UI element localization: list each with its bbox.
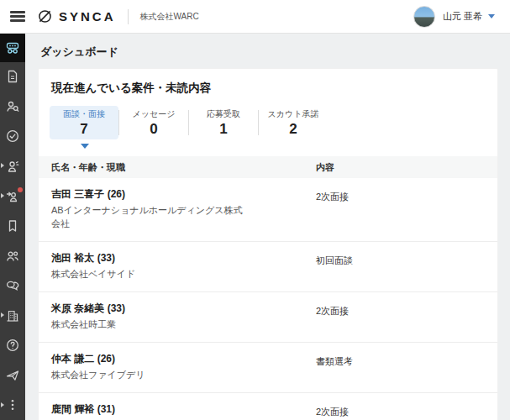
dashboard-icon (5, 40, 20, 55)
expand-arrow-icon (1, 312, 4, 318)
bookmark-icon (5, 218, 20, 234)
sidebar-item-dashboard[interactable] (0, 34, 25, 62)
building-icon (5, 308, 20, 323)
sidebar-item-person-arrow[interactable] (0, 181, 25, 212)
sidebar-item-building[interactable] (0, 301, 25, 331)
sidebar-item-chat-bubbles[interactable] (0, 270, 25, 301)
status-cell: 初回面談 (316, 251, 497, 281)
active-tab-caret-icon (81, 144, 89, 149)
table-row[interactable]: 米原 奈緒美 (33)株式会社時工業2次面接 (39, 292, 497, 343)
expand-arrow-icon (1, 163, 4, 168)
candidate-company: ABインターナショナルホールディングス株式会社 (51, 204, 243, 231)
selection-status: 初回面談 (316, 255, 353, 265)
tab-label: 面談・面接 (63, 108, 105, 120)
sidebar-item-bookmark[interactable] (0, 211, 25, 241)
person-icon (5, 159, 20, 174)
sidebar-item-check-circle[interactable] (0, 122, 25, 152)
candidate-name: 米原 奈緒美 (33) (51, 302, 316, 316)
tab-count: 2 (289, 122, 297, 138)
person-search-icon (5, 99, 20, 114)
app-window: SYNCA 株式会社WARC 山元 亜希 ダッシュボード 現在進んでいる案件・未… (0, 0, 510, 420)
column-header-name: 氏名・年齢・現職 (39, 161, 316, 174)
more-dots-icon (5, 397, 20, 412)
stat-tab-3[interactable]: スカウト承諾2 (259, 106, 328, 139)
hamburger-menu-icon[interactable] (10, 11, 25, 22)
selection-status: 2次面接 (316, 192, 349, 202)
table-header: 氏名・年齢・現職 内容 (39, 156, 497, 178)
paper-plane-icon (5, 368, 20, 383)
people-icon (5, 249, 20, 264)
selection-status: 2次面接 (316, 306, 349, 316)
candidate-name: 鹿間 輝裕 (31) (51, 402, 316, 417)
sidebar-item-person-search[interactable] (0, 92, 25, 122)
sidebar-item-document[interactable] (0, 62, 25, 92)
sidebar-item-paper-plane[interactable] (0, 360, 25, 391)
table-row[interactable]: 鹿間 輝裕 (31)株式会社マネーワーク2次面接 (39, 393, 497, 420)
dashboard-card: 現在進んでいる案件・未読内容 面談・面接7メッセージ0応募受取1スカウト承諾2 … (38, 68, 498, 420)
table-row[interactable]: 池田 裕太 (33)株式会社ベイサイド初回面談 (39, 242, 497, 292)
tab-count: 1 (219, 122, 227, 138)
stat-tabs: 面談・面接7メッセージ0応募受取1スカウト承諾2 (50, 106, 497, 139)
candidate-company: 株式会社ベイサイド (51, 268, 243, 281)
user-menu[interactable]: 山元 亜希 (413, 6, 495, 28)
page-title: ダッシュボード (25, 34, 510, 60)
tab-count: 7 (80, 122, 87, 138)
notification-dot (18, 187, 23, 192)
synca-logo[interactable]: SYNCA (37, 8, 116, 24)
tab-label: メッセージ (133, 108, 176, 120)
synca-logo-icon (37, 8, 53, 24)
table-row[interactable]: 吉田 三喜子 (26)ABインターナショナルホールディングス株式会社2次面接 (39, 178, 497, 242)
tab-label: 応募受取 (207, 108, 240, 120)
candidate-company: 株式会社時工業 (51, 318, 243, 332)
selection-status: 2次面接 (316, 407, 349, 417)
status-cell: 書類選考 (316, 352, 497, 382)
table-body: 吉田 三喜子 (26)ABインターナショナルホールディングス株式会社2次面接池田… (39, 178, 497, 420)
sidebar-item-more-dots[interactable] (0, 390, 25, 420)
tab-label: スカウト承諾 (268, 108, 319, 120)
stat-tab-2[interactable]: 応募受取1 (189, 106, 258, 139)
company-name: 株式会社WARC (128, 9, 199, 24)
candidate-name: 池田 裕太 (33) (51, 251, 316, 265)
sidebar-item-people[interactable] (0, 241, 25, 271)
candidate-name: 吉田 三喜子 (26) (51, 187, 316, 202)
chevron-down-icon (488, 14, 495, 18)
user-avatar[interactable] (413, 6, 435, 28)
column-header-content: 内容 (316, 161, 497, 174)
candidate-name: 仲本 謙二 (26) (51, 352, 316, 366)
expand-arrow-icon (1, 193, 4, 198)
selection-status: 書類選考 (316, 356, 353, 366)
candidate-cell: 吉田 三喜子 (26)ABインターナショナルホールディングス株式会社 (39, 187, 316, 231)
stat-tab-0[interactable]: 面談・面接7 (50, 106, 118, 139)
user-name: 山元 亜希 (443, 10, 482, 23)
help-circle-icon (5, 338, 20, 353)
section-title: 現在進んでいる案件・未読内容 (51, 81, 497, 96)
candidate-cell: 米原 奈緒美 (33)株式会社時工業 (39, 302, 316, 332)
status-cell: 2次面接 (316, 187, 497, 231)
main-area: ダッシュボード 現在進んでいる案件・未読内容 面談・面接7メッセージ0応募受取1… (25, 34, 510, 420)
chat-bubbles-icon (5, 278, 20, 293)
status-cell: 2次面接 (316, 402, 497, 420)
candidate-company: 株式会社ファイブデリ (51, 369, 243, 382)
table-row[interactable]: 仲本 謙二 (26)株式会社ファイブデリ書類選考 (39, 343, 497, 393)
document-icon (5, 69, 20, 84)
stat-tab-1[interactable]: メッセージ0 (119, 106, 188, 139)
check-circle-icon (5, 129, 20, 144)
sidebar-item-person[interactable] (0, 151, 25, 181)
top-bar: SYNCA 株式会社WARC 山元 亜希 (0, 0, 510, 34)
sidebar-item-help-circle[interactable] (0, 330, 25, 360)
status-cell: 2次面接 (316, 302, 497, 332)
tab-count: 0 (150, 122, 157, 138)
expand-arrow-icon (1, 402, 4, 407)
brand-name: SYNCA (59, 9, 116, 24)
candidate-cell: 鹿間 輝裕 (31)株式会社マネーワーク (39, 402, 316, 420)
candidate-cell: 池田 裕太 (33)株式会社ベイサイド (39, 251, 316, 281)
candidate-cell: 仲本 謙二 (26)株式会社ファイブデリ (39, 352, 316, 382)
sidebar-nav (0, 34, 25, 420)
